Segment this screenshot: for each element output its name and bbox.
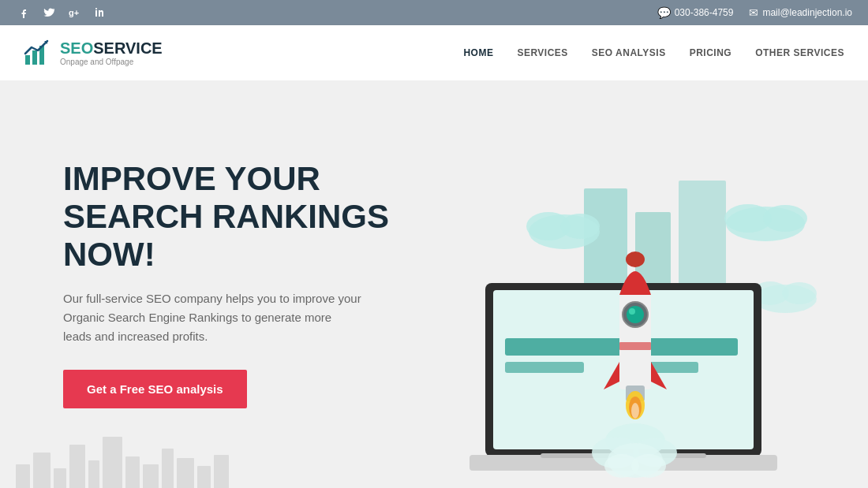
- nav-pricing[interactable]: PRICING: [690, 47, 732, 58]
- svg-rect-19: [505, 338, 623, 356]
- phone-contact: 💬 030-386-4759: [657, 6, 734, 19]
- building: [197, 466, 211, 488]
- svg-rect-2: [32, 50, 37, 65]
- svg-point-10: [560, 214, 600, 239]
- logo-brand: SEOSERVICE: [60, 40, 163, 56]
- facebook-link[interactable]: [16, 5, 32, 20]
- top-bar: g+ 💬 030-386-4759 ✉ mail@leadinjection.i…: [0, 0, 868, 25]
- hero-content: IMPROVE YOUR SEARCH RANKINGS NOW! Our fu…: [63, 160, 434, 409]
- hero-section: IMPROVE YOUR SEARCH RANKINGS NOW! Our fu…: [0, 80, 868, 488]
- svg-point-39: [631, 403, 639, 419]
- hero-illustration: [426, 110, 836, 488]
- email-icon: ✉: [749, 6, 758, 19]
- building: [143, 464, 159, 488]
- svg-point-13: [763, 205, 807, 232]
- linkedin-link[interactable]: [92, 5, 107, 20]
- email-contact: ✉ mail@leadinjection.io: [749, 6, 852, 19]
- building: [33, 453, 51, 488]
- building: [103, 437, 122, 488]
- logo[interactable]: SEOSERVICE Onpage and Offpage: [24, 38, 163, 68]
- hero-title: IMPROVE YOUR SEARCH RANKINGS NOW!: [63, 160, 434, 274]
- building: [125, 456, 140, 488]
- twitter-link[interactable]: [41, 5, 57, 20]
- building: [69, 445, 85, 488]
- svg-point-30: [631, 454, 666, 478]
- building: [88, 460, 99, 488]
- nav-other-services[interactable]: OTHER SERVICES: [755, 47, 844, 58]
- social-links: g+: [16, 5, 107, 20]
- cta-button[interactable]: Get a Free SEO analysis: [63, 370, 247, 408]
- svg-point-16: [782, 282, 817, 304]
- building: [54, 468, 66, 488]
- svg-text:g+: g+: [69, 8, 79, 17]
- svg-rect-1: [25, 55, 30, 65]
- logo-tagline: Onpage and Offpage: [60, 58, 163, 66]
- hero-description: Our full-service SEO company helps you t…: [63, 289, 363, 346]
- building: [214, 455, 229, 488]
- svg-rect-40: [619, 342, 651, 350]
- logo-text: SEOSERVICE Onpage and Offpage: [60, 40, 163, 66]
- main-nav: HOME SERVICES SEO ANALYSIS PRICING OTHER…: [463, 47, 844, 58]
- building: [16, 464, 30, 488]
- nav-seo-analysis[interactable]: SEO ANALYSIS: [592, 47, 666, 58]
- googleplus-link[interactable]: g+: [66, 5, 82, 20]
- nav-services[interactable]: SERVICES: [517, 47, 567, 58]
- svg-point-32: [626, 251, 645, 267]
- phone-icon: 💬: [657, 6, 671, 19]
- svg-rect-20: [505, 362, 584, 373]
- svg-point-34: [627, 306, 644, 323]
- contact-info: 💬 030-386-4759 ✉ mail@leadinjection.io: [657, 6, 852, 19]
- building: [177, 458, 194, 488]
- header: SEOSERVICE Onpage and Offpage HOME SERVI…: [0, 25, 868, 80]
- nav-home[interactable]: HOME: [463, 47, 493, 58]
- building: [162, 449, 174, 488]
- svg-point-35: [629, 308, 635, 315]
- logo-icon: [24, 38, 54, 68]
